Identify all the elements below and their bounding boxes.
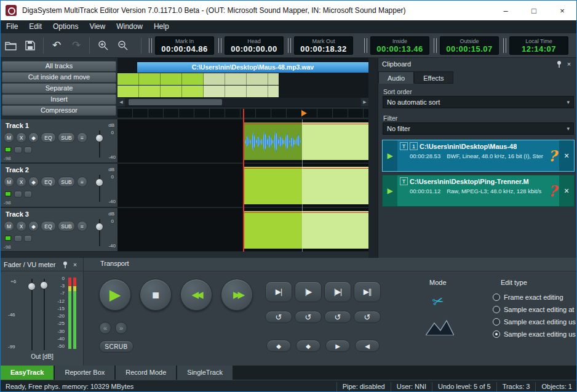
play-over-cut-button[interactable]: ▶|| bbox=[354, 281, 381, 302]
maximize-button[interactable]: □ bbox=[520, 1, 548, 20]
menu-edit[interactable]: Edit bbox=[23, 20, 47, 33]
track-mute-button[interactable]: M bbox=[4, 221, 14, 231]
play-button[interactable]: ▶ bbox=[99, 279, 131, 311]
clipboard-entry[interactable]: ▶ T 1 C:\Users\nin\Desktop\Maus-48 00:00… bbox=[382, 140, 575, 172]
clipboard-entry[interactable]: ▶ T C:\Users\nin\Desktop\Ping-Trenner.M … bbox=[382, 175, 575, 207]
scrollbar-track[interactable] bbox=[125, 98, 361, 106]
entry-close-button[interactable]: × bbox=[559, 175, 574, 206]
fast-forward-button[interactable]: ▶▶ bbox=[221, 279, 253, 311]
track-eq-button[interactable]: EQ bbox=[41, 177, 56, 187]
edit-type-option[interactable]: Frame exact editing bbox=[493, 294, 563, 301]
toolbar-grip[interactable] bbox=[288, 38, 291, 53]
toolbar-grip[interactable] bbox=[218, 38, 221, 53]
toolbar-grip[interactable] bbox=[503, 38, 506, 53]
track-effects-button[interactable]: ◆ bbox=[28, 221, 39, 231]
tab-effects[interactable]: Effects bbox=[414, 71, 453, 84]
play-to-cursor-button[interactable]: ▶| bbox=[265, 281, 292, 302]
overview-file-titlebar[interactable]: C:\Users\nin\Desktop\Maus-48.mp3.wav bbox=[137, 62, 368, 73]
rewind-button[interactable]: ◀◀ bbox=[180, 279, 212, 311]
track-toggle-button[interactable] bbox=[24, 235, 32, 242]
track-mute-button[interactable]: M bbox=[4, 132, 14, 143]
track-solo-button[interactable]: X bbox=[16, 221, 26, 231]
track-toggle-button[interactable] bbox=[14, 191, 22, 198]
audio-object-selected[interactable] bbox=[302, 211, 368, 249]
zoom-out-button[interactable] bbox=[114, 37, 131, 54]
cut-inside-and-move-button[interactable]: Cut inside and move bbox=[2, 72, 116, 82]
track-fader-knob[interactable] bbox=[95, 134, 103, 142]
radio-icon[interactable] bbox=[493, 318, 500, 326]
minimize-button[interactable]: – bbox=[491, 1, 520, 20]
toolbar-grip[interactable] bbox=[149, 38, 152, 53]
tab-audio[interactable]: Audio bbox=[378, 71, 414, 84]
play-selection-button[interactable]: |▶| bbox=[324, 281, 351, 302]
filter-select[interactable]: No filter ▾ bbox=[383, 122, 574, 135]
menu-help[interactable]: Help bbox=[148, 20, 175, 33]
step-back-button[interactable]: ◀ bbox=[355, 340, 380, 352]
scissors-mode-icon[interactable]: ✂ bbox=[431, 292, 446, 311]
volume-envelope-line[interactable] bbox=[244, 212, 368, 213]
track-mute-button[interactable]: M bbox=[4, 177, 14, 187]
play-from-cursor-button[interactable]: |▶ bbox=[295, 281, 322, 302]
audio-object[interactable] bbox=[244, 122, 368, 160]
panel-splitter[interactable] bbox=[368, 58, 378, 258]
fader-panel-close-icon[interactable]: × bbox=[70, 260, 80, 269]
radio-selected-icon[interactable] bbox=[493, 330, 500, 338]
insert-button[interactable]: Insert bbox=[2, 94, 116, 105]
toolbar-grip[interactable] bbox=[434, 38, 437, 53]
nudge-mark-out-button[interactable]: ◆ bbox=[296, 340, 320, 352]
audio-object-selected[interactable] bbox=[302, 167, 368, 204]
previous-object-button[interactable]: « bbox=[99, 322, 111, 334]
scrollbar-thumb[interactable] bbox=[129, 99, 222, 105]
zoom-in-button[interactable] bbox=[94, 37, 111, 54]
track-effects-button[interactable]: ◆ bbox=[28, 177, 39, 187]
clipboard-close-icon[interactable]: × bbox=[564, 60, 574, 68]
output-fader-knob[interactable] bbox=[28, 282, 36, 290]
tab-record-mode[interactable]: Record Mode bbox=[116, 366, 176, 380]
audio-object-selected[interactable] bbox=[302, 122, 368, 160]
all-tracks-button[interactable]: All tracks bbox=[2, 61, 116, 71]
radio-icon[interactable] bbox=[493, 294, 500, 301]
next-object-button[interactable]: » bbox=[115, 322, 127, 334]
edit-type-option[interactable]: Sample exact editing at bbox=[493, 306, 574, 313]
loop-to-cursor-button[interactable]: ↺ bbox=[265, 311, 292, 323]
step-forward-button[interactable]: ▶ bbox=[325, 340, 350, 352]
edit-type-option[interactable]: Sample exact editing us bbox=[493, 318, 576, 326]
track-menu-button[interactable]: ≡ bbox=[77, 177, 87, 187]
track-toggle-button[interactable] bbox=[14, 146, 22, 153]
separate-button[interactable]: Separate bbox=[2, 83, 116, 94]
compressor-button[interactable]: Compressor bbox=[2, 105, 116, 116]
audio-object-body[interactable] bbox=[244, 211, 302, 249]
track-toggle-button[interactable] bbox=[24, 146, 32, 153]
audio-object-body[interactable] bbox=[244, 167, 302, 204]
menu-window[interactable]: Window bbox=[111, 20, 148, 33]
track-eq-button[interactable]: EQ bbox=[41, 132, 56, 143]
output-fader-track[interactable] bbox=[44, 279, 45, 350]
scroll-right-icon[interactable]: ▶ bbox=[361, 98, 368, 106]
open-file-button[interactable] bbox=[2, 37, 19, 54]
track-fader-knob[interactable] bbox=[95, 223, 103, 231]
track-sub-button[interactable]: SUB bbox=[58, 132, 75, 143]
track-fader-knob[interactable] bbox=[95, 178, 103, 186]
audio-object[interactable] bbox=[244, 167, 368, 204]
track-menu-button[interactable]: ≡ bbox=[77, 221, 87, 231]
track-solo-button[interactable]: X bbox=[16, 177, 26, 187]
track-solo-button[interactable]: X bbox=[16, 132, 26, 143]
output-fader-knob[interactable] bbox=[40, 281, 48, 289]
playhead-line[interactable] bbox=[302, 119, 303, 252]
menu-view[interactable]: View bbox=[84, 20, 111, 33]
track-menu-button[interactable]: ≡ bbox=[77, 132, 87, 143]
scrub-button[interactable]: SCRUB bbox=[99, 340, 133, 353]
entry-play-button[interactable]: ▶ bbox=[383, 175, 397, 206]
sort-order-select[interactable]: No automatic sort ▾ bbox=[383, 96, 574, 108]
entry-close-button[interactable]: × bbox=[559, 140, 574, 171]
stop-button[interactable]: ■ bbox=[140, 279, 172, 311]
volume-envelope-line[interactable] bbox=[244, 124, 368, 124]
close-button[interactable]: × bbox=[548, 1, 576, 20]
playhead-marker-icon[interactable] bbox=[301, 110, 307, 116]
envelope-mode-icon[interactable] bbox=[426, 319, 454, 338]
entry-play-button[interactable]: ▶ bbox=[383, 140, 397, 171]
loop-selection-button[interactable]: ↺ bbox=[324, 311, 351, 323]
nudge-mark-in-button[interactable]: ◆ bbox=[266, 340, 291, 352]
track-sub-button[interactable]: SUB bbox=[58, 221, 75, 231]
scroll-left-icon[interactable]: ◀ bbox=[117, 98, 125, 106]
